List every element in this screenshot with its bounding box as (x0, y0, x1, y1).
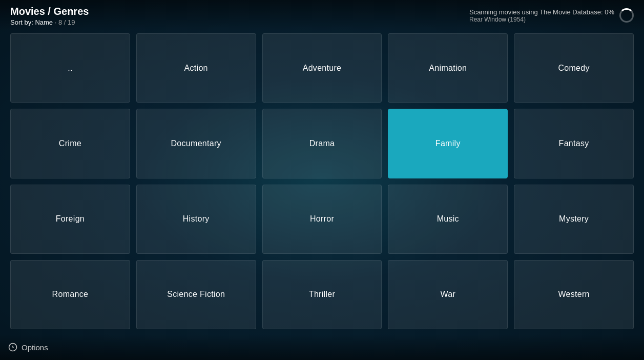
page-title: Movies / Genres (10, 5, 469, 17)
genre-btn-science-fiction[interactable]: Science Fiction (136, 260, 256, 329)
scan-info: Scanning movies using The Movie Database… (469, 8, 614, 23)
scan-status-text: Scanning movies using The Movie Database… (469, 8, 614, 16)
genre-btn-romance[interactable]: Romance (10, 260, 130, 329)
genre-btn-back[interactable]: .. (10, 33, 130, 103)
genre-btn-foreign[interactable]: Foreign (10, 185, 130, 254)
genre-btn-war[interactable]: War (388, 260, 508, 329)
genre-btn-history[interactable]: History (136, 185, 256, 254)
genre-btn-documentary[interactable]: Documentary (136, 109, 256, 178)
header-left: Movies / Genres Sort by: Name · 8 / 19 (10, 5, 469, 26)
genre-btn-adventure[interactable]: Adventure (262, 33, 382, 103)
genre-btn-crime[interactable]: Crime (10, 109, 130, 178)
genre-btn-thriller[interactable]: Thriller (262, 260, 382, 329)
scan-movie-title: Rear Window (1954) (469, 16, 614, 23)
sort-separator: · (55, 18, 58, 26)
scan-spinner (619, 8, 634, 23)
genre-btn-mystery[interactable]: Mystery (514, 185, 634, 254)
options-icon (8, 343, 17, 352)
sort-count: 8 / 19 (58, 18, 75, 26)
genre-btn-drama[interactable]: Drama (262, 109, 382, 178)
sort-info: Sort by: Name · 8 / 19 (10, 18, 469, 26)
genre-grid: ..ActionAdventureAnimationComedyCrimeDoc… (10, 33, 634, 329)
genre-btn-animation[interactable]: Animation (388, 33, 508, 103)
options-button[interactable]: Options (8, 343, 48, 352)
header-right: Scanning movies using The Movie Database… (469, 8, 634, 23)
genre-btn-horror[interactable]: Horror (262, 185, 382, 254)
genre-btn-comedy[interactable]: Comedy (514, 33, 634, 103)
options-label: Options (22, 343, 48, 352)
genre-btn-action[interactable]: Action (136, 33, 256, 103)
footer: Options (0, 334, 644, 360)
genre-btn-music[interactable]: Music (388, 185, 508, 254)
genre-btn-western[interactable]: Western (514, 260, 634, 329)
sort-label: Sort by: Name (10, 18, 53, 26)
genre-btn-fantasy[interactable]: Fantasy (514, 109, 634, 178)
header: Movies / Genres Sort by: Name · 8 / 19 S… (0, 0, 644, 31)
genre-btn-family[interactable]: Family (388, 109, 508, 178)
